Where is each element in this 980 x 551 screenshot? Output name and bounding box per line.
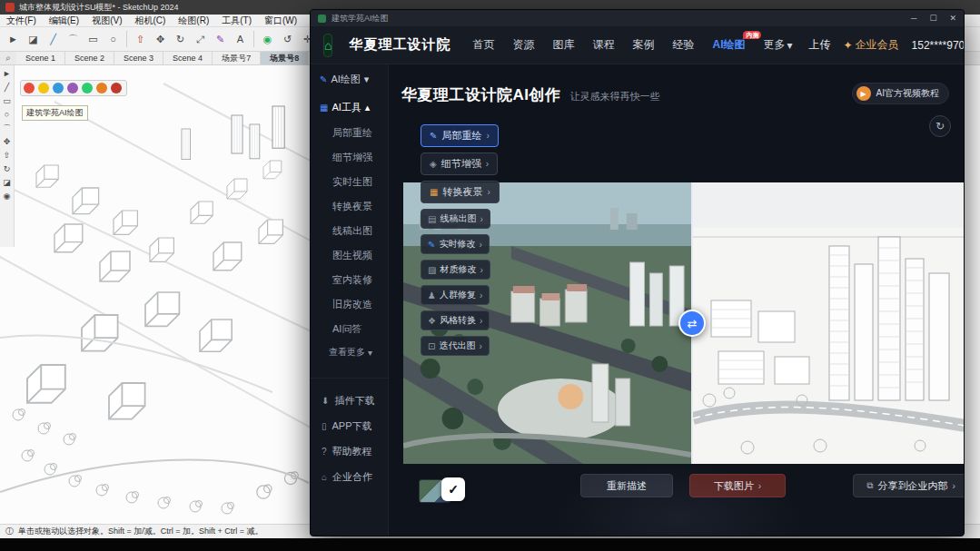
sidebar-item-renovation[interactable]: 旧房改造 [311,292,388,317]
nav-resources[interactable]: 资源 [512,37,534,53]
nav-cases[interactable]: 案例 [632,37,654,53]
nav-home[interactable]: 首页 [472,37,494,53]
minimize-icon[interactable]: ─ [911,14,916,23]
close-icon[interactable]: ✕ [949,14,956,23]
sidebar-item-partial-repaint[interactable]: 局部重绘 [311,121,388,145]
orbit-tool-icon[interactable]: ↺ [279,31,296,48]
nav-more[interactable]: 更多 ▾ [763,37,792,53]
enterprise-coop-label: 企业合作 [332,470,372,484]
eraser-tool-icon[interactable]: ◪ [2,177,13,188]
nav-ai-draw[interactable]: AI绘图 内测 [712,37,745,53]
sketch-image[interactable] [693,182,965,464]
user-phone[interactable]: 152****9708 [912,39,965,52]
tool-material-edit-button[interactable]: ▨ 材质修改 › [421,260,490,280]
upload-link[interactable]: 上传 [809,37,831,53]
sidebar-view-more[interactable]: 查看更多 ▾ [311,341,388,363]
info-icon[interactable]: ⓘ [5,526,14,537]
redo-describe-button[interactable]: 重新描述 [580,474,673,497]
tape-measure-icon[interactable]: ✎ [212,31,229,48]
menu-view[interactable]: 视图(V) [85,15,128,27]
scene-tab-5[interactable]: 场景号7 [213,52,261,64]
arc-tool-icon[interactable]: ⌒ [64,31,82,48]
compare-slider-handle[interactable]: ⇄ [678,310,706,337]
plugin-red-icon[interactable] [24,83,35,93]
plugin-purple-icon[interactable] [67,83,78,93]
sidebar-group-ai-draw[interactable]: ✎ AI绘图 ▾ [311,64,388,93]
pushpull-tool-icon[interactable]: ⇧ [2,150,13,161]
select-tool-icon[interactable]: ► [2,68,13,79]
sidebar-item-interior[interactable]: 室内装修 [311,268,388,292]
scene-tab-4[interactable]: Scene 4 [163,52,213,64]
selected-check-tile[interactable]: ✓ [441,477,465,501]
scene-tab-1[interactable]: Scene 1 [16,52,65,64]
scale-tool-icon[interactable]: ⤢ [192,31,209,48]
eraser-tool-icon[interactable]: ◪ [25,31,42,48]
sidebar-item-image-to-video[interactable]: 图生视频 [311,243,388,268]
tool-partial-repaint-button[interactable]: ✎ 局部重绘 › [421,124,499,147]
menu-file[interactable]: 文件(F) [0,15,43,27]
sidebar-group-ai-tools[interactable]: ▦ AI工具 ▴ [311,93,388,121]
search-icon[interactable]: ⌕ [0,52,16,64]
nav-courses[interactable]: 课程 [592,37,614,53]
rectangle-tool-icon[interactable]: ▭ [84,31,102,48]
tool-detail-enhance-button[interactable]: ◈ 细节增强 › [421,153,498,175]
plugin-yellow-icon[interactable] [38,83,49,93]
paint-bucket-icon[interactable]: ◉ [2,191,13,202]
sketchup-logo-icon [5,3,15,12]
move-tool-icon[interactable]: ✥ [2,136,13,147]
history-button[interactable]: ↻ [929,115,951,137]
rectangle-tool-icon[interactable]: ▭ [2,95,13,106]
text-tool-icon[interactable]: A [232,31,249,48]
nav-gallery[interactable]: 图库 [552,37,574,53]
tool-night-convert-button[interactable]: ▦ 转换夜景 › [421,181,500,203]
arc-tool-icon[interactable]: ⌒ [2,123,13,133]
menu-draw[interactable]: 绘图(R) [172,15,215,27]
sidebar-item-realtime-gen[interactable]: 实时生图 [311,170,388,194]
pushpull-tool-icon[interactable]: ⇧ [132,31,149,48]
plugin-blue-icon[interactable] [53,83,64,93]
scene-tab-3[interactable]: Scene 3 [114,52,163,64]
sidebar-help-tutorial[interactable]: ? 帮助教程 [311,438,388,464]
tool-crowd-fix-button[interactable]: ♟ 人群修复 › [421,285,490,305]
line-tool-icon[interactable]: ╱ [45,31,62,48]
select-tool-icon[interactable]: ► [5,31,22,48]
paint-bucket-icon[interactable]: ◉ [259,31,276,48]
plugin-green-icon[interactable] [82,83,93,93]
share-label: 分享到企业内部 [877,479,947,493]
tool-realtime-edit-button[interactable]: ✎ 实时修改 › [421,234,490,254]
pencil-icon: ✎ [430,131,437,141]
sidebar-item-ai-qa[interactable]: AI问答 [311,317,388,341]
menu-camera[interactable]: 相机(C) [128,15,172,27]
tool-iterate-output-button[interactable]: ⊡ 迭代出图 › [421,336,490,356]
plugin-ai-icon[interactable] [111,83,122,93]
sidebar-item-line-draft[interactable]: 线稿出图 [311,219,388,243]
tutorial-button[interactable]: ▶ AI官方视频教程 [852,83,949,104]
rotate-tool-icon[interactable]: ↻ [172,31,189,48]
circle-tool-icon[interactable]: ○ [2,109,13,120]
maximize-icon[interactable]: ☐ [929,14,936,23]
material-icon: ▨ [428,265,436,275]
member-link[interactable]: ✦ 企业会员 [844,37,899,53]
tool-style-transfer-button[interactable]: ❖ 风格转换 › [421,310,490,330]
move-tool-icon[interactable]: ✥ [152,31,169,48]
sidebar-plugin-download[interactable]: ⬇ 插件下载 [311,388,388,413]
sidebar-item-night-convert[interactable]: 转换夜景 [311,194,388,219]
scene-tab-6-active[interactable]: 场景号8 [261,52,309,64]
sidebar-app-download[interactable]: ▯ APP下载 [311,413,388,438]
menu-window[interactable]: 窗口(W) [258,15,303,27]
share-enterprise-button[interactable]: ⧉ 分享到企业内部 › [853,474,965,497]
download-image-button[interactable]: 下载图片 › [689,474,786,497]
scene-tab-2[interactable]: Scene 2 [65,52,114,64]
menu-edit[interactable]: 编辑(E) [43,15,85,27]
chevron-right-icon: › [480,290,482,300]
sidebar-enterprise-coop[interactable]: ⌂ 企业合作 [311,464,388,489]
line-tool-icon[interactable]: ╱ [2,82,13,93]
circle-tool-icon[interactable]: ○ [104,31,122,48]
taskbar[interactable] [0,538,980,551]
menu-tools[interactable]: 工具(T) [215,15,258,27]
plugin-orange-icon[interactable] [96,83,107,93]
rotate-tool-icon[interactable]: ↻ [2,163,13,174]
nav-experience[interactable]: 经验 [672,37,694,53]
tool-line-draft-button[interactable]: ▤ 线稿出图 › [421,209,490,229]
sidebar-item-detail-enhance[interactable]: 细节增强 [311,145,388,170]
